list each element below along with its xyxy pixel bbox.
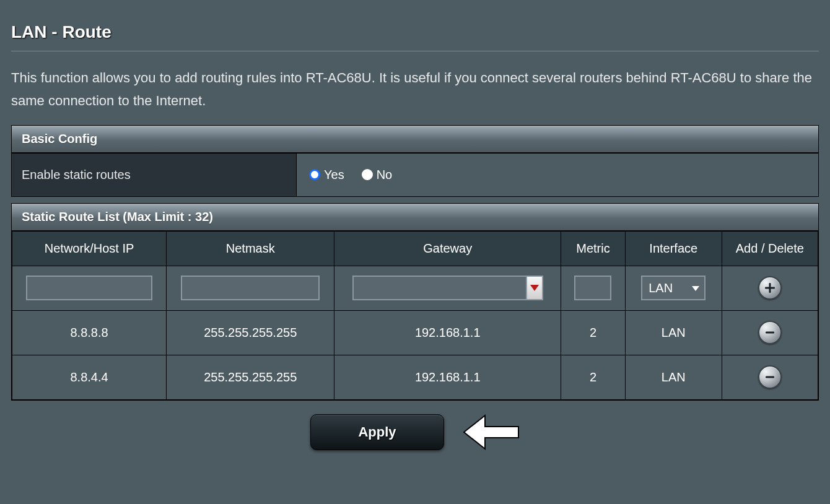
- radio-no-label: No: [377, 168, 393, 182]
- route-mask: 255.255.255.255: [167, 355, 334, 399]
- new-ip-input[interactable]: [26, 276, 152, 300]
- col-header-ip: Network/Host IP: [12, 231, 167, 266]
- svg-rect-3: [766, 376, 774, 378]
- page-title: LAN - Route: [11, 22, 819, 42]
- enable-static-routes-row: Enable static routes Yes No: [12, 153, 818, 196]
- static-route-header: Static Route List (Max Limit : 32): [12, 204, 818, 231]
- static-route-panel: Static Route List (Max Limit : 32) Netwo…: [11, 203, 819, 401]
- route-gateway: 192.168.1.1: [334, 355, 561, 399]
- basic-config-header: Basic Config: [12, 126, 818, 153]
- enable-static-routes-label: Enable static routes: [12, 154, 297, 196]
- radio-yes-wrap[interactable]: Yes: [309, 168, 344, 182]
- col-header-mask: Netmask: [167, 231, 334, 266]
- col-header-action: Add / Delete: [722, 231, 818, 266]
- col-header-gateway: Gateway: [334, 231, 561, 266]
- chevron-down-icon: [530, 285, 539, 291]
- minus-icon: [764, 371, 776, 383]
- svg-rect-1: [765, 287, 775, 289]
- new-gateway-input[interactable]: [352, 276, 526, 300]
- gateway-dropdown-button[interactable]: [526, 276, 543, 300]
- apply-button-label: Apply: [358, 424, 396, 440]
- page-description: This function allows you to add routing …: [11, 66, 819, 113]
- delete-route-button[interactable]: [758, 365, 782, 389]
- route-table-body: LAN 8.8.8.8 255.: [12, 266, 818, 399]
- route-iface: LAN: [625, 355, 722, 399]
- apply-row: Apply: [11, 412, 819, 453]
- radio-yes-label: Yes: [324, 168, 344, 182]
- radio-no-wrap[interactable]: No: [362, 168, 393, 182]
- route-ip: 8.8.4.4: [12, 355, 167, 399]
- route-table: Network/Host IP Netmask Gateway Metric I…: [12, 231, 818, 400]
- title-divider: [11, 51, 819, 51]
- new-interface-selected: LAN: [649, 281, 673, 295]
- route-table-header-row: Network/Host IP Netmask Gateway Metric I…: [12, 231, 818, 266]
- radio-no[interactable]: [362, 169, 373, 180]
- route-gateway: 192.168.1.1: [334, 310, 561, 355]
- add-route-button[interactable]: [758, 276, 782, 300]
- plus-icon: [764, 282, 776, 294]
- svg-marker-4: [464, 415, 518, 449]
- route-new-row: LAN: [12, 266, 818, 310]
- route-row: 8.8.8.8 255.255.255.255 192.168.1.1 2 LA…: [12, 310, 818, 355]
- new-metric-input[interactable]: [574, 276, 611, 300]
- route-metric: 2: [561, 355, 626, 399]
- radio-yes[interactable]: [309, 169, 320, 180]
- arrow-left-icon: [463, 412, 520, 453]
- new-interface-select[interactable]: LAN: [641, 276, 706, 300]
- svg-rect-2: [766, 332, 774, 334]
- route-row: 8.8.4.4 255.255.255.255 192.168.1.1 2 LA…: [12, 355, 818, 399]
- route-mask: 255.255.255.255: [167, 310, 334, 355]
- minus-icon: [764, 326, 776, 339]
- col-header-metric: Metric: [561, 231, 626, 266]
- delete-route-button[interactable]: [758, 321, 782, 344]
- apply-button[interactable]: Apply: [310, 414, 444, 450]
- basic-config-panel: Basic Config Enable static routes Yes No: [11, 125, 819, 197]
- col-header-iface: Interface: [625, 231, 722, 266]
- route-ip: 8.8.8.8: [12, 310, 167, 355]
- route-iface: LAN: [625, 310, 722, 355]
- route-metric: 2: [561, 310, 626, 355]
- new-mask-input[interactable]: [181, 276, 320, 300]
- enable-static-routes-value: Yes No: [297, 154, 818, 196]
